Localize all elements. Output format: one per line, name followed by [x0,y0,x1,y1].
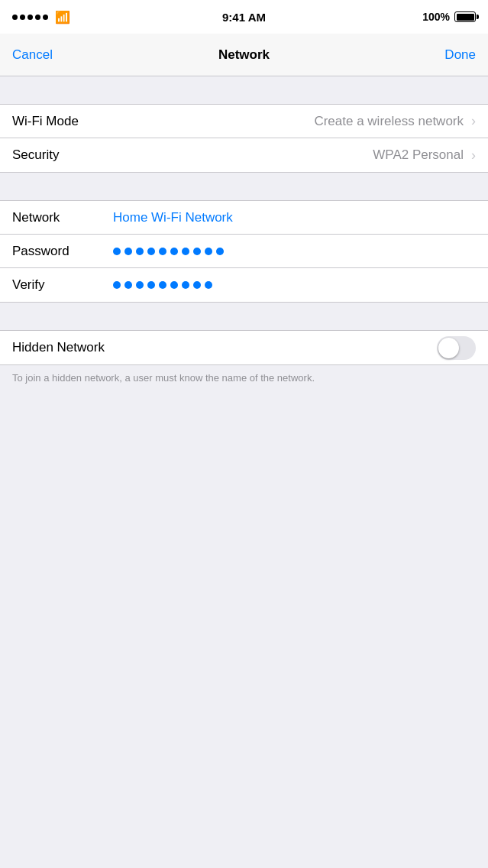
pw-dot [159,248,166,255]
verify-dots [104,281,212,289]
pw-dot [170,281,178,289]
pw-dot [182,248,189,255]
status-bar-left: 📶 [12,10,70,24]
pw-dot [113,281,121,289]
pw-dot [193,248,201,255]
chevron-icon: › [471,113,476,129]
section-gap-2 [0,173,488,200]
toggle-track [437,336,476,360]
pw-dot [159,281,166,289]
pw-dot [113,248,121,255]
signal-strength-icon [12,15,48,20]
page-title: Network [218,47,270,63]
password-row[interactable]: Password [0,235,488,268]
pw-dot [193,281,201,289]
battery-percent-label: 100% [422,11,450,23]
security-row[interactable]: Security WPA2 Personal › [0,138,488,172]
pw-dot [124,281,132,289]
pw-dot [182,281,189,289]
verify-label: Verify [12,277,104,293]
wifi-mode-row[interactable]: Wi-Fi Mode Create a wireless network › [0,105,488,138]
verify-row[interactable]: Verify [0,268,488,302]
toggle-thumb [438,338,459,358]
hidden-network-description: To join a hidden network, a user must kn… [0,365,488,394]
done-button[interactable]: Done [444,47,476,63]
credentials-section: Network Password Verify [0,200,488,303]
pw-dot [147,281,155,289]
status-time: 9:41 AM [222,11,266,24]
password-label: Password [12,244,104,259]
security-value: WPA2 Personal › [104,147,476,164]
pw-dot [136,281,144,289]
wifi-icon: 📶 [55,10,70,24]
pw-dot [170,248,178,255]
hidden-network-section: Hidden Network [0,330,488,365]
pw-dot [136,248,144,255]
bottom-fill [0,394,488,700]
security-label: Security [12,147,104,163]
pw-dot [124,248,132,255]
wifi-mode-value: Create a wireless network › [104,113,476,129]
nav-bar: Cancel Network Done [0,34,488,76]
chevron-icon: › [471,147,476,164]
pw-dot [205,281,212,289]
network-label: Network [12,210,104,225]
status-bar-right: 100% [422,11,476,23]
wifi-security-section: Wi-Fi Mode Create a wireless network › S… [0,104,488,173]
battery-icon [454,11,476,22]
section-gap-1 [0,76,488,104]
hidden-network-label: Hidden Network [12,340,105,355]
network-name-row[interactable]: Network [0,201,488,235]
pw-dot [147,248,155,255]
hidden-network-toggle[interactable] [437,336,476,360]
cancel-button[interactable]: Cancel [12,47,53,63]
pw-dot [205,248,212,255]
wifi-mode-label: Wi-Fi Mode [12,114,104,129]
password-dots [104,248,224,255]
section-gap-3 [0,303,488,330]
pw-dot [216,248,224,255]
hidden-network-row: Hidden Network [0,331,488,364]
status-bar: 📶 9:41 AM 100% [0,0,488,34]
network-name-input[interactable] [104,210,476,225]
